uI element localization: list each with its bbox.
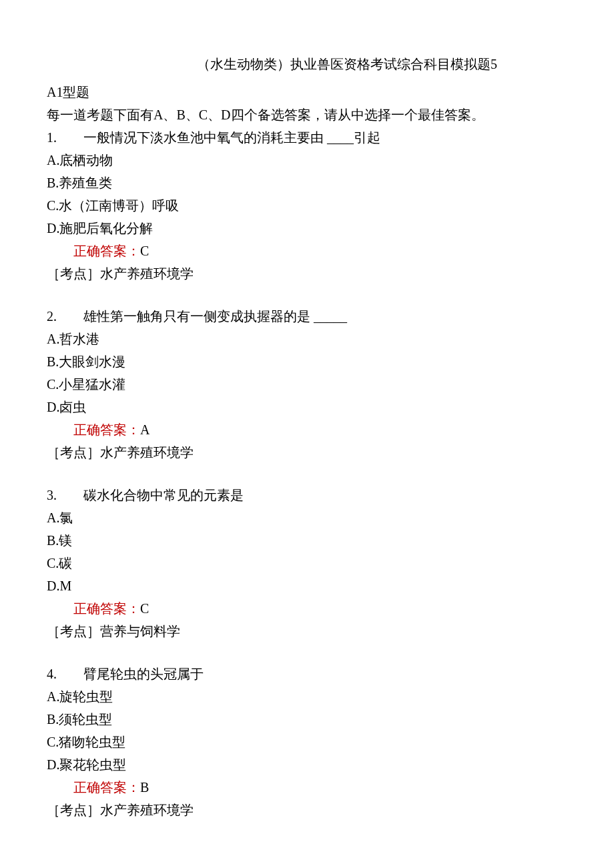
option-d: D.卤虫 (47, 396, 567, 418)
question-text: 1. 一般情况下淡水鱼池中氧气的消耗主要由 ____引起 (47, 127, 567, 148)
question-body: 臂尾轮虫的头冠属于 (83, 667, 204, 681)
option-a: A.氯 (47, 507, 567, 528)
topic-value: 水产养殖环境学 (100, 266, 194, 281)
question-block: 2. 雄性第一触角只有一侧变成执握器的是 _____ A.哲水港 B.大眼剑水漫… (47, 306, 567, 463)
topic-line: ［考点］水产养殖环境学 (47, 263, 567, 284)
question-body: 一般情况下淡水鱼池中氧气的消耗主要由 ____引起 (83, 130, 380, 145)
topic-line: ［考点］水产养殖环境学 (47, 799, 567, 821)
topic-line: ［考点］营养与饲料学 (47, 620, 567, 642)
answer-value: B (140, 780, 149, 795)
answer-line: 正确答案：C (47, 240, 567, 262)
question-text: 3. 碳水化合物中常见的元素是 (47, 484, 567, 506)
answer-value: A (140, 422, 149, 437)
question-text: 4. 臂尾轮虫的头冠属于 (47, 663, 567, 685)
option-c: C.水（江南博哥）呼吸 (47, 195, 567, 216)
question-block: 4. 臂尾轮虫的头冠属于 A.旋轮虫型 B.须轮虫型 C.猪吻轮虫型 D.聚花轮… (47, 663, 567, 821)
question-number: 2. (47, 306, 80, 327)
question-number: 4. (47, 663, 80, 685)
option-c: C.碳 (47, 552, 567, 574)
option-a: A.旋轮虫型 (47, 686, 567, 707)
question-number: 1. (47, 127, 80, 148)
topic-value: 水产养殖环境学 (100, 445, 194, 460)
topic-label: ［考点］ (47, 624, 100, 638)
option-d: D.M (47, 575, 567, 596)
answer-line: 正确答案：B (47, 777, 567, 798)
topic-label: ［考点］ (47, 266, 100, 281)
option-b: B.大眼剑水漫 (47, 351, 567, 372)
answer-label: 正确答案： (73, 244, 140, 258)
option-b: B.须轮虫型 (47, 709, 567, 730)
option-a: A.哲水港 (47, 328, 567, 350)
answer-label: 正确答案： (73, 601, 140, 616)
answer-line: 正确答案：C (47, 598, 567, 619)
question-body: 雄性第一触角只有一侧变成执握器的是 _____ (83, 309, 347, 324)
section-type: A1型题 (47, 81, 567, 103)
answer-value: C (140, 601, 149, 616)
topic-value: 水产养殖环境学 (100, 803, 194, 817)
option-c: C.猪吻轮虫型 (47, 731, 567, 753)
option-b: B.养殖鱼类 (47, 172, 567, 193)
answer-label: 正确答案： (73, 422, 140, 437)
document-title: （水生动物类）执业兽医资格考试综合科目模拟题5 (47, 53, 567, 75)
topic-label: ［考点］ (47, 803, 100, 817)
question-text: 2. 雄性第一触角只有一侧变成执握器的是 _____ (47, 306, 567, 327)
topic-label: ［考点］ (47, 445, 100, 460)
option-d: D.施肥后氧化分解 (47, 218, 567, 239)
question-body: 碳水化合物中常见的元素是 (83, 488, 244, 502)
question-block: 3. 碳水化合物中常见的元素是 A.氯 B.镁 C.碳 D.M 正确答案：C ［… (47, 484, 567, 642)
topic-line: ［考点］水产养殖环境学 (47, 442, 567, 463)
answer-label: 正确答案： (73, 780, 140, 795)
instruction-text: 每一道考题下面有A、B、C、D四个备选答案，请从中选择一个最佳答案。 (47, 104, 567, 125)
option-b: B.镁 (47, 530, 567, 551)
option-c: C.小星猛水灌 (47, 374, 567, 395)
topic-value: 营养与饲料学 (100, 624, 180, 638)
option-a: A.底栖动物 (47, 149, 567, 171)
question-number: 3. (47, 484, 80, 506)
option-d: D.聚花轮虫型 (47, 754, 567, 775)
answer-value: C (140, 244, 149, 258)
answer-line: 正确答案：A (47, 419, 567, 440)
question-block: 1. 一般情况下淡水鱼池中氧气的消耗主要由 ____引起 A.底栖动物 B.养殖… (47, 127, 567, 284)
